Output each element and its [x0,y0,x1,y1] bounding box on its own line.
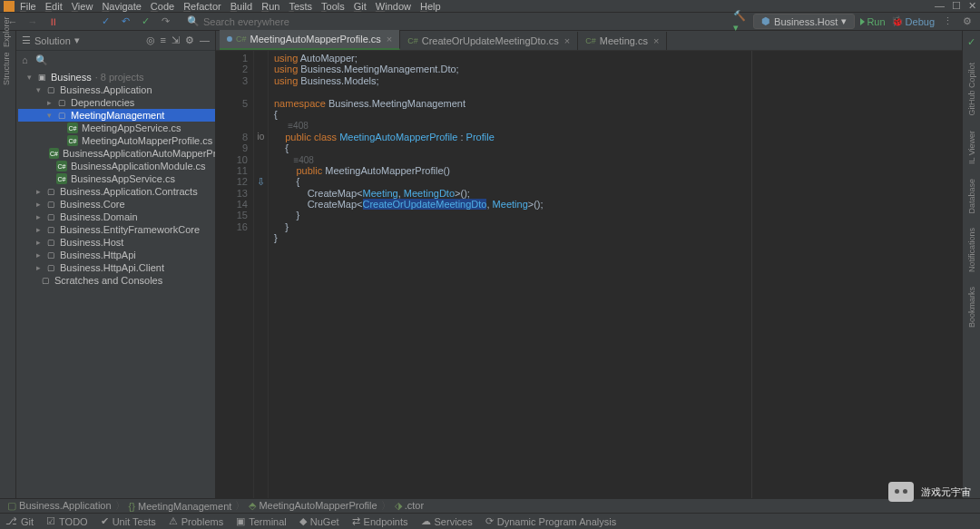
structure-strip-icon[interactable]: Structure [2,73,15,85]
tree-item[interactable]: ▸▢Business.Host [18,236,215,249]
menu-git[interactable]: Git [354,1,367,12]
tree-item[interactable]: C#BusinessAppService.cs [18,172,215,185]
menu-tests[interactable]: Tests [289,1,312,12]
tree-item[interactable]: ▸▢Business.HttpApi.Client [18,261,215,274]
app-icon [4,1,15,12]
menu-navigate[interactable]: Navigate [102,1,141,12]
run-button[interactable]: Run [860,16,885,27]
tree-item[interactable]: C#MeetingAppService.cs [18,122,215,134]
debug-button[interactable]: 🐞Debug [891,15,935,27]
code-content[interactable]: using AutoMapper;using Business.MeetingM… [269,51,962,498]
bottom-todo[interactable]: ☑TODO [46,515,88,527]
wechat-icon [888,482,914,502]
project-tree[interactable]: ▾▣ Business · 8 projects ▾▢Business.Appl… [16,69,215,498]
tree-item[interactable]: C#MeetingAutoMapperProfile.cs [18,134,215,147]
breadcrumb-item[interactable]: ▢ Business.Application [7,500,112,512]
bottom-terminal[interactable]: ▣Terminal [236,515,287,527]
breadcrumb-item[interactable]: ⬗ .ctor [395,500,424,512]
explorer-strip-icon[interactable]: Explorer [2,34,15,47]
right-bookmarks[interactable]: Bookmarks [967,287,976,328]
config-name: Business.Host [774,16,838,27]
tree-item[interactable]: ▾▢Business.Application [18,83,215,96]
bottom-endpoints[interactable]: ⇄Endpoints [352,515,408,527]
menu-view[interactable]: View [72,1,93,12]
gear-icon[interactable]: ⚙ [185,34,194,46]
maximize-icon[interactable]: ☐ [952,0,961,12]
close-icon[interactable]: ✕ [968,0,976,12]
redo-icon[interactable]: ↷ [158,15,172,29]
breadcrumb[interactable]: ▢ Business.Application〉{} MeetingManagem… [0,498,980,513]
menu-window[interactable]: Window [376,1,411,12]
tree-item[interactable]: ▾▢MeetingManagement [18,109,215,122]
breadcrumb-item[interactable]: ⬘ MeetingAutoMapperProfile [249,500,377,512]
bottom-tool-bar: ⎇Git☑TODO✔Unit Tests⚠Problems▣Terminal◆N… [0,513,980,529]
hammer-icon[interactable]: 🔨▾ [733,15,748,29]
bottom-services[interactable]: ☁Services [421,515,473,527]
check-icon-blue[interactable]: ✓ [98,15,113,29]
menu-tools[interactable]: Tools [321,1,345,12]
tree-item[interactable]: ▸▢Business.EntityFrameworkCore [18,223,215,236]
search-icon[interactable]: 🔍 [35,54,48,66]
editor-tab[interactable]: C#MeetingAutoMapperProfile.cs× [220,30,400,50]
run-config-area: 🔨▾ ⬢ Business.Host ▾ Run 🐞Debug ⋮ ⚙ [733,14,975,29]
bottom-problems[interactable]: ⚠Problems [169,515,223,527]
toolbar: ← → ⏸ ✓ ↶ ✓ ↷ 🔍 🔨▾ ⬢ Business.Host ▾ Run… [0,13,980,31]
right-github-copilot[interactable]: GitHub Copilot [967,63,976,116]
bottom-dynamic-program-analysis[interactable]: ⟳Dynamic Program Analysis [485,515,616,527]
tree-item[interactable]: ▸▢Business.Domain [18,211,215,223]
collapse-icon[interactable]: ⇲ [172,34,180,46]
hide-icon[interactable]: — [200,34,210,46]
menu-build[interactable]: Build [230,1,252,12]
bottom-unit-tests[interactable]: ✔Unit Tests [101,515,156,527]
search-icon: 🔍 [187,15,200,27]
minimize-icon[interactable]: — [935,0,945,12]
tree-item[interactable]: C#BusinessApplicationModule.cs [18,160,215,172]
menu-file[interactable]: File [20,1,36,12]
right-tool-strip: ✓ GitHub CopilotIL ViewerDatabaseNotific… [962,31,980,498]
tree-item[interactable]: ▸▢Business.Application.Contracts [18,185,215,198]
tree-item[interactable]: C#BusinessApplicationAutoMapperProfile.c… [18,147,215,160]
editor-tab[interactable]: C#Meeting.cs× [578,32,667,50]
search-everywhere[interactable]: 🔍 [187,15,330,27]
right-notifications[interactable]: Notifications [967,228,976,272]
menu-edit[interactable]: Edit [45,1,63,12]
tree-item[interactable]: ▸▢Dependencies [18,96,215,109]
editor-tabs: C#MeetingAutoMapperProfile.cs×C#CreateOr… [216,31,962,51]
code-editor[interactable]: 12358910111213141516 io⇩ using AutoMappe… [216,51,962,498]
check-icon-green[interactable]: ✓ [138,15,152,29]
tree-item[interactable]: ▢Scratches and Consoles [18,274,215,287]
window-controls: — ☐ ✕ [935,0,976,12]
settings-icon[interactable]: ⚙ [960,15,975,29]
more-actions-icon[interactable]: ⋮ [940,15,955,29]
menu-run[interactable]: Run [261,1,279,12]
tree-item[interactable]: ▸▢Business.HttpApi [18,249,215,261]
right-il-viewer[interactable]: IL Viewer [967,131,976,164]
forward-button[interactable]: → [25,15,40,29]
target-icon[interactable]: ◎ [146,34,155,46]
watermark-text: 游戏元宇宙 [921,485,971,499]
pause-icon[interactable]: ⏸ [45,15,60,29]
home-icon[interactable]: ⌂ [22,54,28,65]
chevron-down-icon[interactable]: ▾ [74,34,80,46]
undo-icon[interactable]: ↶ [118,15,132,29]
menubar: FileEditViewNavigateCodeRefactorBuildRun… [20,1,441,12]
solution-icon: ☰ [22,34,31,46]
search-input[interactable] [203,16,330,27]
solution-root[interactable]: ▾▣ Business · 8 projects [18,71,215,83]
tree-item[interactable]: ▸▢Business.Core [18,198,215,211]
editor-tab[interactable]: C#CreateOrUpdateMeetingDto.cs× [400,32,578,50]
breadcrumb-item[interactable]: {} MeetingManagement [129,501,232,512]
bottom-git[interactable]: ⎇Git [5,515,34,527]
menu-refactor[interactable]: Refactor [183,1,221,12]
filter-icon[interactable]: ≡ [161,34,166,46]
main: Explorer Structure ☰ Solution ▾ ◎ ≡ ⇲ ⚙ … [0,31,980,498]
line-numbers: 12358910111213141516 [216,51,254,498]
bottom-nuget[interactable]: ◆NuGet [299,515,339,527]
right-database[interactable]: Database [967,179,976,214]
solution-title: Solution [34,35,71,46]
menu-help[interactable]: Help [420,1,441,12]
menu-code[interactable]: Code [151,1,174,12]
check-icon[interactable]: ✓ [967,36,975,48]
run-config-selector[interactable]: ⬢ Business.Host ▾ [753,14,855,29]
gutter-icons: io⇩ [254,51,269,498]
